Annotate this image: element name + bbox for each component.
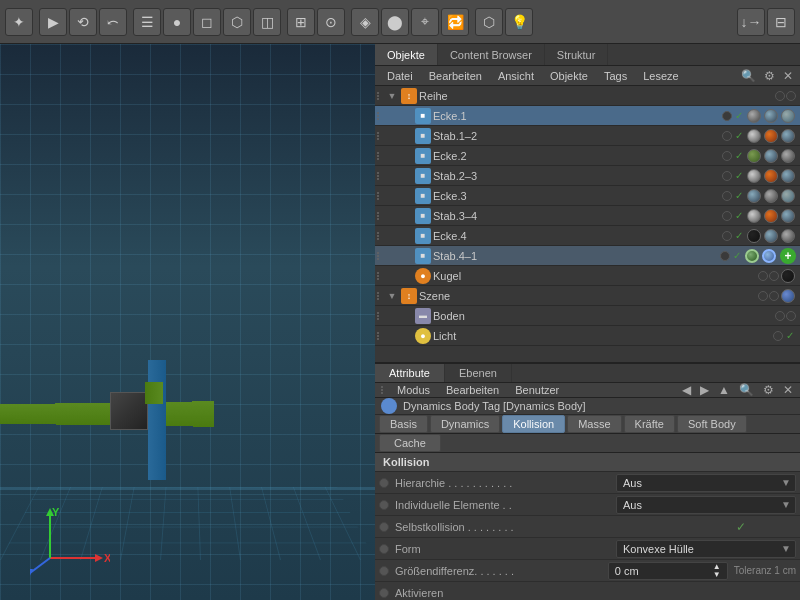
obj-icon-stab23: ■ xyxy=(415,168,431,184)
toolbar-btn-14[interactable]: 🔁 xyxy=(441,8,469,36)
drag-handle xyxy=(375,310,381,322)
obj-row-ecke3[interactable]: ■ Ecke.3 ✓ xyxy=(375,186,800,206)
spinner-arrows[interactable]: ▲▼ xyxy=(713,563,721,579)
subtab-masse[interactable]: Masse xyxy=(567,415,621,433)
attr-menu-modus[interactable]: Modus xyxy=(389,383,438,397)
obj-icon-reihe: ↕ xyxy=(401,88,417,104)
toolbar-btn-16[interactable]: 💡 xyxy=(505,8,533,36)
obj-row-stab41[interactable]: ■ Stab.4–1 ✓ + xyxy=(375,246,800,266)
menu-datei[interactable]: Datei xyxy=(379,66,421,85)
attr-menu-benutzer[interactable]: Benutzer xyxy=(507,383,567,397)
expand-reihe[interactable]: ▼ xyxy=(385,91,399,101)
menu-bearbeiten[interactable]: Bearbeiten xyxy=(421,66,490,85)
attr-menu-bearbeiten[interactable]: Bearbeiten xyxy=(438,383,507,397)
obj-row-stab12[interactable]: ■ Stab.1–2 ✓ xyxy=(375,126,800,146)
obj-row-reihe[interactable]: ▼ ↕ Reihe xyxy=(375,86,800,106)
close-icon[interactable]: ✕ xyxy=(780,69,796,83)
tab-struktur[interactable]: Struktur xyxy=(545,44,609,65)
prop-label-groesse: Größendifferenz. . . . . . . xyxy=(395,565,608,577)
prop-dot-aktivieren xyxy=(379,588,389,598)
obj-row-ecke1[interactable]: ■ Ecke.1 ✓ xyxy=(375,106,800,126)
obj-row-ecke4[interactable]: ■ Ecke.4 ✓ xyxy=(375,226,800,246)
arrow-right-icon[interactable]: ▶ xyxy=(697,383,712,397)
obj-dots-boden xyxy=(775,311,796,321)
prop-value-form[interactable]: Konvexe Hülle ▼ xyxy=(616,540,796,558)
arrow-up-icon[interactable]: ▲ xyxy=(715,383,733,397)
expand-szene[interactable]: ▼ xyxy=(385,291,399,301)
toolbar-btn-7[interactable]: ⬡ xyxy=(223,8,251,36)
subtab-kraefte[interactable]: Kräfte xyxy=(624,415,675,433)
obj-dots-licht: ✓ xyxy=(773,330,796,341)
toolbar-btn-3[interactable]: ⤺ xyxy=(99,8,127,36)
obj-row-stab23[interactable]: ■ Stab.2–3 ✓ xyxy=(375,166,800,186)
tab-objekte[interactable]: Objekte xyxy=(375,44,438,65)
check-ecke3: ✓ xyxy=(733,190,745,201)
settings-attr-icon[interactable]: ⚙ xyxy=(760,383,777,397)
prop-value-selbst[interactable]: ✓ xyxy=(736,520,796,534)
menu-tags[interactable]: Tags xyxy=(596,66,635,85)
subtab-soft-body[interactable]: Soft Body xyxy=(677,415,747,433)
prop-label-aktivieren: Aktivieren xyxy=(395,587,796,599)
tab-content-browser[interactable]: Content Browser xyxy=(438,44,545,65)
drag-handle xyxy=(375,210,381,222)
obj-name-szene: Szene xyxy=(419,290,756,302)
toolbar-btn-4[interactable]: ☰ xyxy=(133,8,161,36)
check-ecke2: ✓ xyxy=(733,150,745,161)
attribute-panel: Attribute Ebenen Modus Bearbeiten Benutz… xyxy=(375,364,800,600)
search-attr-icon[interactable]: 🔍 xyxy=(736,383,757,397)
toolbar-btn-11[interactable]: ◈ xyxy=(351,8,379,36)
attr-tab-attribute[interactable]: Attribute xyxy=(375,364,445,382)
settings-icon[interactable]: ⚙ xyxy=(761,69,778,83)
attr-tab-ebenen[interactable]: Ebenen xyxy=(445,364,512,382)
toolbar-btn-5[interactable]: ● xyxy=(163,8,191,36)
object-list[interactable]: ▼ ↕ Reihe ■ Ecke.1 xyxy=(375,86,800,362)
obj-row-szene[interactable]: ▼ ↕ Szene xyxy=(375,286,800,306)
prop-row-groesse: Größendifferenz. . . . . . . 0 cm ▲▼ Tol… xyxy=(375,560,800,582)
close-attr-icon[interactable]: ✕ xyxy=(780,383,796,397)
cache-button[interactable]: Cache xyxy=(379,434,441,452)
obj-row-kugel[interactable]: ● Kugel xyxy=(375,266,800,286)
obj-dots-ecke3: ✓ xyxy=(722,189,796,203)
arrow-left-icon[interactable]: ◀ xyxy=(679,383,694,397)
obj-row-stab34[interactable]: ■ Stab.3–4 ✓ xyxy=(375,206,800,226)
toolbar-btn-8[interactable]: ◫ xyxy=(253,8,281,36)
obj-dots-reihe xyxy=(775,91,796,101)
dynamics-tag-icon xyxy=(381,398,397,414)
toolbar-btn-6[interactable]: ◻ xyxy=(193,8,221,36)
toolbar-btn-2[interactable]: ⟲ xyxy=(69,8,97,36)
toolbar-btn-10[interactable]: ⊙ xyxy=(317,8,345,36)
obj-row-licht[interactable]: ● Licht ✓ xyxy=(375,326,800,346)
obj-name-stab12: Stab.1–2 xyxy=(433,130,720,142)
drag-handle xyxy=(375,330,381,342)
svg-marker-1 xyxy=(95,554,103,562)
toolbar-btn-1[interactable]: ▶ xyxy=(39,8,67,36)
prop-label-hierarchie: Hierarchie . . . . . . . . . . . xyxy=(395,477,616,489)
obj-icon-szene: ↕ xyxy=(401,288,417,304)
prop-value-groesse[interactable]: 0 cm ▲▼ xyxy=(608,562,728,580)
prop-value-hierarchie[interactable]: Aus ▼ xyxy=(616,474,796,492)
subtab-dynamics[interactable]: Dynamics xyxy=(430,415,500,433)
subtab-basis[interactable]: Basis xyxy=(379,415,428,433)
toolbar-btn-13[interactable]: ⌖ xyxy=(411,8,439,36)
obj-row-boden[interactable]: ▬ Boden xyxy=(375,306,800,326)
prop-value-individuelle[interactable]: Aus ▼ xyxy=(616,496,796,514)
obj-dots-kugel xyxy=(758,269,796,283)
prop-dot-hierarchie xyxy=(379,478,389,488)
toolbar-btn-9[interactable]: ⊞ xyxy=(287,8,315,36)
toolbar-btn-17[interactable]: ↓→ xyxy=(737,8,765,36)
subtab-kollision[interactable]: Kollision xyxy=(502,415,565,433)
obj-row-ecke2[interactable]: ■ Ecke.2 ✓ xyxy=(375,146,800,166)
toolbar-btn-15[interactable]: ⬡ xyxy=(475,8,503,36)
menu-ansicht[interactable]: Ansicht xyxy=(490,66,542,85)
toolbar-btn-0[interactable]: ✦ xyxy=(5,8,33,36)
toolbar-btn-18[interactable]: ⊟ xyxy=(767,8,795,36)
drag-handle xyxy=(375,90,381,102)
menu-leseze[interactable]: Leseze xyxy=(635,66,686,85)
obj-dots-ecke1: ✓ xyxy=(722,109,796,123)
toolbar-btn-12[interactable]: ⬤ xyxy=(381,8,409,36)
blue-bar-object xyxy=(148,360,166,480)
search-icon[interactable]: 🔍 xyxy=(738,69,759,83)
3d-viewport[interactable]: X Y Z xyxy=(0,44,375,600)
obj-dots-ecke2: ✓ xyxy=(722,149,796,163)
menu-objekte[interactable]: Objekte xyxy=(542,66,596,85)
